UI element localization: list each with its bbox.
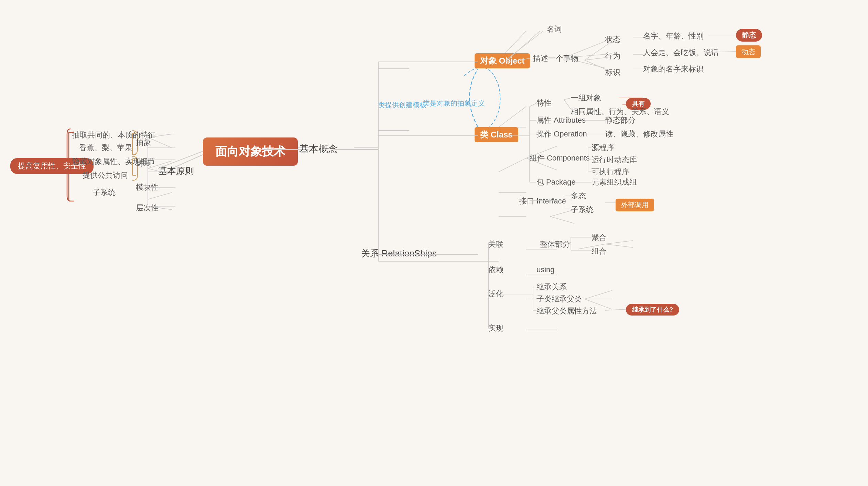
dependency-node: 依赖 [488,265,503,275]
svg-line-30 [585,290,612,299]
child-inherit-node: 子类继承父类 [536,294,582,304]
basic-concept-node: 基本概念 [299,143,338,156]
connections-svg [0,0,868,486]
inherit-method-node: 继承父类属性方法 [536,306,597,316]
class-abstract-node: 类是对象的抽象定义 [423,98,485,108]
association-node: 关联 [488,239,503,250]
package-node: 包 Package [536,177,576,187]
runtime-lib-node: 运行时动态库 [592,155,637,165]
source-node: 源程序 [592,143,614,153]
attributes-node: 属性 Attributes [536,115,586,125]
behavior-detail-node: 人会走、会吃饭、说话 [643,47,719,58]
polymorphism-node: 多态 [571,191,586,201]
operation-node: 操作 Operation [536,129,587,139]
extra-lines [0,0,868,486]
class-template-node: 类提供创建模板 [378,100,426,110]
external-call-node: 外部调用 [616,199,654,211]
aggregation-node: 聚合 [592,232,607,243]
subsystem2-node: 子系统 [93,187,116,198]
dashed-arrow-svg [0,0,868,486]
svg-line-62 [530,103,536,107]
group-objects-node: 一组对象 [571,93,601,103]
interface-node: 接口 Interface [519,196,566,206]
inherit-rel-node: 继承关系 [536,282,567,292]
object-node: 对象 Object [475,53,530,68]
static-badge: 静态 [736,29,762,42]
behavior-node: 行为 [605,51,620,61]
realization-node: 实现 [488,323,503,333]
describe-node: 描述一个事物 [533,53,578,64]
noun-node: 名词 [547,24,562,34]
banana-pear-apple-node: 香蕉、梨、苹果 [79,143,132,153]
svg-line-15 [499,158,526,172]
abstraction-node: 抽象 [136,137,151,148]
using-node: using [536,265,555,274]
whole-part-node: 整体部分 [540,239,570,250]
svg-line-22 [550,217,574,223]
basic-principle-node: 基本原则 [158,165,194,177]
mind-map: 面向对象技术 提高复用性、安全性 基本原则 抽取共同的、本质的特征 香蕉、梨、苹… [0,0,868,486]
combination-node: 组合 [592,246,607,256]
svg-line-64 [564,100,571,109]
public-access-node: 提供公共访问 [83,170,128,180]
trait-node: 特性 [536,98,552,108]
relationship-node: 关系 RelationShips [361,247,437,259]
package-detail-node: 元素组织成组 [592,177,637,187]
svg-line-26 [605,241,633,244]
center-node: 面向对象技术 [203,137,298,166]
dynamic-badge: 动态 [736,45,761,58]
svg-line-13 [499,107,526,127]
inherit-what-node: 继承到了什么? [626,304,679,316]
subsystem-node: 子系统 [571,205,594,215]
executable-node: 可执行程序 [592,167,629,177]
identity-node: 标识 [605,67,620,78]
components-node: 组件 Components [530,153,590,163]
svg-line-63 [564,98,571,100]
svg-line-27 [605,244,633,247]
svg-line-40 [148,192,172,199]
state-detail-node: 名字、年龄、性别 [643,31,704,41]
state-node: 状态 [605,34,620,45]
generalization-node: 泛化 [488,289,503,299]
modularity-node: 模块性 [136,182,159,192]
operation-detail-node: 读、隐藏、修改属性 [605,129,673,139]
attributes-detail-node: 静态部分 [605,115,636,125]
encapsulation-node: 封装 [136,158,151,168]
svg-line-97 [605,309,626,310]
class-node: 类 Class [475,127,518,142]
hierarchy-node: 层次性 [136,203,159,213]
identity-detail-node: 对象的名字来标识 [643,64,704,74]
